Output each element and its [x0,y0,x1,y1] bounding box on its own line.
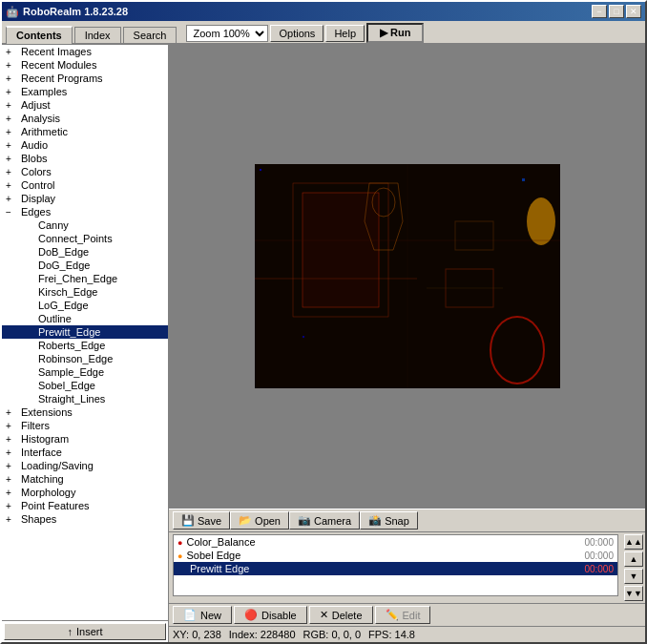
tab-search[interactable]: Search [123,27,177,43]
sidebar-item-audio[interactable]: +Audio [2,138,168,152]
run-button[interactable]: ▶ Run [366,23,424,43]
sidebar-item-recent_modules[interactable]: +Recent Modules [2,58,168,72]
new-button[interactable]: 📄 New [173,606,232,624]
tree-expander-interface[interactable]: + [6,447,19,458]
sidebar-item-roberts_edge[interactable]: Roberts_Edge [2,339,168,352]
sidebar-item-morphology[interactable]: +Morphology [2,486,168,499]
snap-button[interactable]: 📸 Snap [360,511,418,530]
tree-expander-analysis[interactable]: + [6,114,19,124]
scroll-down-button[interactable]: ▼ [624,569,643,584]
sidebar-item-recent_images[interactable]: +Recent Images [2,45,168,58]
sidebar-item-sample_edge[interactable]: Sample_Edge [2,365,168,379]
status-index: Index: 228480 [229,629,296,640]
pipeline-item-color_balance[interactable]: ●Color_Balance00:000 [174,535,617,549]
sidebar-item-matching[interactable]: +Matching [2,472,168,486]
sidebar-item-analysis[interactable]: +Analysis [2,112,168,125]
sidebar-item-interface[interactable]: +Interface [2,446,168,459]
insert-button[interactable]: ↑ Insert [4,623,166,640]
tree-label-colors: Colors [21,166,52,177]
tree-expander-histogram[interactable]: + [6,434,19,445]
tree-expander-loading_saving[interactable]: + [6,461,19,471]
maximize-button[interactable]: □ [609,5,624,18]
tree-expander-edges[interactable]: − [6,207,19,218]
help-button[interactable]: Help [325,25,365,42]
sidebar-item-outline[interactable]: Outline [2,312,168,325]
tree-expander-adjust[interactable]: + [6,100,19,111]
sidebar-item-colors[interactable]: +Colors [2,165,168,178]
sidebar-item-shapes[interactable]: +Shapes [2,512,168,526]
sidebar-item-loading_saving[interactable]: +Loading/Saving [2,459,168,472]
save-button[interactable]: 💾 Save [173,511,230,530]
tree-label-shapes: Shapes [21,513,56,525]
edit-button[interactable]: ✏️ Edit [375,606,431,624]
sidebar-item-dog_edge[interactable]: DoG_Edge [2,259,168,272]
tree-expander-recent_programs[interactable]: + [6,73,19,84]
tree-expander-shapes[interactable]: + [6,514,19,525]
sidebar-item-arithmetic[interactable]: +Arithmetic [2,125,168,138]
sidebar-item-point_features[interactable]: +Point Features [2,499,168,512]
tree-expander-control[interactable]: + [6,180,19,191]
tree-label-dog_edge: DoG_Edge [38,260,90,271]
window-controls[interactable]: − □ ✕ [592,5,641,18]
sidebar-item-robinson_edge[interactable]: Robinson_Edge [2,352,168,365]
tree-expander-examples[interactable]: + [6,87,19,97]
open-button[interactable]: 📂 Open [230,511,289,530]
scroll-up-button[interactable]: ▲ [624,551,643,567]
sidebar-item-histogram[interactable]: +Histogram [2,432,168,446]
sidebar-item-blobs[interactable]: +Blobs [2,152,168,165]
sidebar-item-prewitt_edge[interactable]: Prewitt_Edge [2,325,168,339]
sidebar-item-connect_points[interactable]: Connect_Points [2,232,168,245]
sidebar-item-sobel_edge[interactable]: Sobel_Edge [2,379,168,392]
zoom-select[interactable]: Zoom 100% Zoom 50% Zoom 150% Zoom 200% [186,25,268,42]
status-xy: XY: 0, 238 [173,629,221,640]
pipeline-item-sobel_edge[interactable]: ●Sobel Edge00:000 [174,549,617,562]
svg-rect-2 [303,193,379,307]
pipeline-label-color_balance: Color_Balance [186,536,255,548]
minimize-button[interactable]: − [592,5,607,18]
tree-expander-recent_images[interactable]: + [6,47,19,57]
tree-expander-extensions[interactable]: + [6,407,19,418]
tab-index[interactable]: Index [74,27,121,43]
tree-label-interface: Interface [21,447,62,458]
tree-expander-display[interactable]: + [6,194,19,204]
tree-expander-blobs[interactable]: + [6,154,19,164]
camera-button[interactable]: 📷 Camera [289,511,360,530]
sidebar-item-log_edge[interactable]: LoG_Edge [2,299,168,312]
close-button[interactable]: ✕ [626,5,641,18]
tree-expander-point_features[interactable]: + [6,501,19,511]
sidebar-item-display[interactable]: +Display [2,192,168,205]
delete-button[interactable]: ✕ Delete [309,606,373,624]
sidebar-item-frei_chen_edge[interactable]: Frei_Chen_Edge [2,272,168,285]
sidebar-item-straight_lines[interactable]: Straight_Lines [2,392,168,405]
tree-label-recent_images: Recent Images [21,46,92,57]
sidebar-item-kirsch_edge[interactable]: Kirsch_Edge [2,285,168,299]
scroll-top-button[interactable]: ▲▲ [624,534,643,550]
tree-label-audio: Audio [21,139,48,151]
sidebar-item-edges[interactable]: −Edges [2,205,168,218]
sidebar-item-dob_edge[interactable]: DoB_Edge [2,245,168,259]
tree-area[interactable]: +Recent Images+Recent Modules+Recent Pro… [2,45,168,620]
tree-expander-morphology[interactable]: + [6,488,19,498]
scroll-bottom-button[interactable]: ▼▼ [624,586,643,601]
sidebar-item-control[interactable]: +Control [2,178,168,192]
tree-label-straight_lines: Straight_Lines [38,393,105,405]
sidebar-item-filters[interactable]: +Filters [2,419,168,432]
sidebar-item-canny[interactable]: Canny [2,218,168,232]
sidebar-item-adjust[interactable]: +Adjust [2,98,168,112]
tree-expander-colors[interactable]: + [6,167,19,177]
tree-label-outline: Outline [38,313,72,324]
sidebar-item-recent_programs[interactable]: +Recent Programs [2,72,168,85]
pipeline-item-prewitt_edge[interactable]: Prewitt Edge00:000 [174,562,617,575]
tree-expander-audio[interactable]: + [6,140,19,151]
sidebar-item-examples[interactable]: +Examples [2,85,168,98]
tree-expander-recent_modules[interactable]: + [6,60,19,71]
disable-button[interactable]: 🔴 Disable [234,606,307,624]
tree-label-prewitt_edge: Prewitt_Edge [38,326,100,338]
tree-expander-matching[interactable]: + [6,474,19,485]
tab-contents[interactable]: Contents [6,26,73,44]
tree-expander-arithmetic[interactable]: + [6,127,19,137]
options-button[interactable]: Options [270,25,324,42]
tree-expander-filters[interactable]: + [6,421,19,431]
pipeline-list[interactable]: ●Color_Balance00:000●Sobel Edge00:000Pre… [173,534,618,596]
sidebar-item-extensions[interactable]: +Extensions [2,405,168,419]
